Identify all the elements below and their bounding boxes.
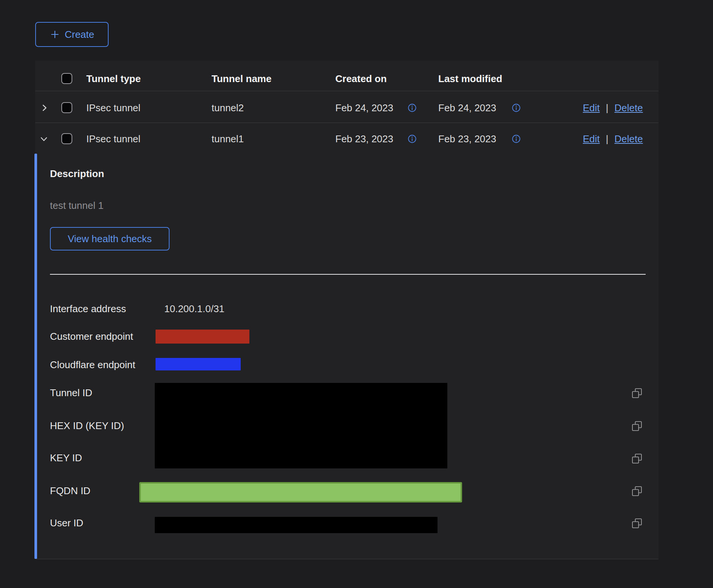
redacted-value-user-id bbox=[155, 517, 437, 533]
cell-last-modified: Feb 23, 2023 bbox=[438, 133, 496, 145]
field-label-cloudflare-endpoint: Cloudflare endpoint bbox=[50, 359, 135, 371]
redacted-value-cloudflare-endpoint bbox=[156, 358, 241, 370]
delete-link[interactable]: Delete bbox=[615, 102, 643, 114]
copy-button-key-id[interactable] bbox=[631, 453, 643, 464]
info-icon[interactable] bbox=[407, 134, 417, 144]
copy-icon bbox=[631, 485, 643, 497]
chevron-down-icon bbox=[39, 134, 49, 144]
copy-icon bbox=[631, 518, 643, 529]
delete-link[interactable]: Delete bbox=[615, 133, 643, 145]
cell-created-on: Feb 23, 2023 bbox=[335, 133, 393, 145]
cell-created-on: Feb 24, 2023 bbox=[335, 102, 393, 114]
cell-tunnel-type: IPsec tunnel bbox=[86, 133, 140, 145]
field-label-tunnel-id: Tunnel ID bbox=[50, 387, 92, 399]
copy-button-tunnel-id[interactable] bbox=[631, 387, 643, 399]
field-value-interface-address: 10.200.1.0/31 bbox=[164, 303, 224, 315]
cell-tunnel-name: tunnel1 bbox=[212, 133, 244, 145]
row-checkbox[interactable] bbox=[61, 133, 72, 144]
column-header-tunnel-type: Tunnel type bbox=[86, 73, 141, 85]
info-icon[interactable] bbox=[511, 103, 521, 113]
cell-tunnel-type: IPsec tunnel bbox=[86, 102, 140, 114]
edit-link[interactable]: Edit bbox=[583, 102, 600, 114]
copy-icon bbox=[631, 453, 643, 464]
field-label-fqdn-id: FQDN ID bbox=[50, 485, 90, 497]
copy-icon bbox=[631, 420, 643, 432]
description-text: test tunnel 1 bbox=[50, 199, 104, 212]
row-checkbox[interactable] bbox=[61, 102, 72, 113]
info-icon[interactable] bbox=[511, 134, 521, 144]
action-separator: | bbox=[606, 102, 609, 114]
section-divider bbox=[50, 274, 646, 275]
copy-icon bbox=[631, 387, 643, 399]
field-label-customer-endpoint: Customer endpoint bbox=[50, 330, 133, 342]
expand-row-button[interactable] bbox=[39, 103, 49, 113]
chevron-right-icon bbox=[39, 103, 49, 113]
row-divider bbox=[36, 559, 659, 559]
description-label: Description bbox=[50, 168, 104, 180]
copy-button-user-id[interactable] bbox=[631, 518, 643, 529]
view-health-checks-label: View health checks bbox=[68, 233, 152, 245]
expanded-row-accent-bar bbox=[34, 154, 37, 559]
action-separator: | bbox=[606, 133, 609, 145]
redacted-value-customer-endpoint bbox=[156, 330, 249, 344]
column-header-created-on: Created on bbox=[335, 73, 387, 85]
field-label-user-id: User ID bbox=[50, 517, 83, 529]
column-header-last-modified: Last modified bbox=[438, 73, 502, 85]
collapse-row-button[interactable] bbox=[39, 134, 49, 144]
create-button[interactable]: Create bbox=[35, 22, 109, 47]
field-label-hex-id: HEX ID (KEY ID) bbox=[50, 420, 124, 432]
column-header-tunnel-name: Tunnel name bbox=[212, 73, 271, 85]
cell-tunnel-name: tunnel2 bbox=[212, 102, 244, 114]
redacted-value-fqdn-id bbox=[139, 482, 462, 502]
plus-icon bbox=[50, 29, 60, 40]
cell-last-modified: Feb 24, 2023 bbox=[438, 102, 496, 114]
redacted-value-ids-block bbox=[155, 383, 447, 468]
copy-button-fqdn-id[interactable] bbox=[631, 485, 643, 497]
header-divider bbox=[35, 91, 659, 91]
edit-link[interactable]: Edit bbox=[583, 133, 600, 145]
info-icon[interactable] bbox=[407, 103, 417, 113]
field-label-interface-address: Interface address bbox=[50, 303, 126, 315]
field-label-key-id: KEY ID bbox=[50, 452, 82, 464]
create-button-label: Create bbox=[65, 29, 94, 40]
row-divider bbox=[35, 123, 659, 123]
tunnels-page: Create Tunnel type Tunnel name Created o… bbox=[0, 0, 713, 588]
view-health-checks-button[interactable]: View health checks bbox=[50, 227, 170, 250]
select-all-checkbox[interactable] bbox=[61, 73, 72, 84]
copy-button-hex-id[interactable] bbox=[631, 420, 643, 432]
